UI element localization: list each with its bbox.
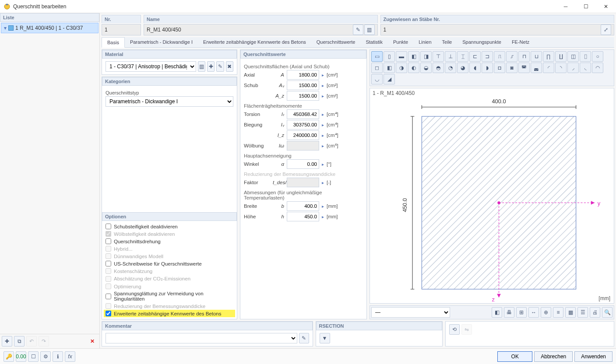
value-input[interactable] [287, 159, 319, 169]
material-library-button[interactable]: ▥ [198, 61, 205, 72]
preview-list-button[interactable]: ☰ [577, 307, 588, 318]
stepper-icon[interactable]: ▸ [322, 204, 324, 209]
preview-print-button[interactable]: 🖶 [504, 307, 514, 318]
shape-button-6[interactable]: ⊥ [445, 51, 456, 62]
shape-button-17[interactable]: ⌷ [580, 51, 591, 62]
shape-button-30[interactable]: ◙ [506, 63, 517, 73]
material-new-button[interactable]: ✚ [207, 61, 215, 72]
option-erweiterte-zeitabh-ngige-kennw[interactable]: Erweiterte zeitabhängige Kennwerte des B… [104, 310, 235, 317]
value-input[interactable] [287, 130, 319, 140]
shape-button-39[interactable]: ◢ [384, 74, 395, 84]
stepper-icon[interactable]: ▸ [322, 112, 324, 117]
value-input[interactable] [287, 212, 319, 221]
shape-button-23[interactable]: ◒ [420, 63, 432, 73]
tab-values[interactable]: Querschnittswerte [311, 37, 361, 47]
preview-axes-button[interactable]: ⊞ [516, 307, 527, 318]
shape-button-20[interactable]: ◧ [384, 63, 395, 73]
tab-concrete[interactable]: Erweiterte zeitabhängige Kennwerte des B… [198, 37, 311, 47]
cstype-select[interactable]: Parametrisch - Dickwandige I [106, 96, 233, 107]
shape-button-14[interactable]: ∏ [543, 51, 554, 62]
shape-button-21[interactable]: ◑ [396, 63, 407, 73]
ok-button[interactable]: OK [497, 351, 532, 362]
shape-button-13[interactable]: ⊔ [531, 51, 542, 62]
material-delete-button[interactable]: ✖ [226, 61, 233, 72]
shape-button-38[interactable]: ◡ [371, 74, 383, 84]
view-button[interactable]: ☐ [28, 351, 39, 362]
preview-stress-button[interactable]: ≡ [553, 307, 563, 318]
stepper-icon[interactable]: ▸ [322, 83, 324, 88]
preview-centroid-button[interactable]: ⊕ [541, 307, 551, 318]
assigned-field[interactable]: 1 ⤢ [380, 24, 615, 35]
shape-button-0[interactable]: ▭ [371, 51, 383, 62]
tab-param[interactable]: Parametrisch - Dickwandige I [125, 37, 198, 47]
close-button[interactable]: ✕ [596, 0, 616, 13]
preview-mode-select[interactable]: — [371, 307, 450, 318]
stepper-icon[interactable]: ▸ [322, 162, 324, 167]
library-button[interactable]: ▥ [364, 24, 375, 35]
units-button[interactable]: 0.00 [16, 351, 26, 362]
list-item[interactable]: ▾ 1 R_M1 400/450 | 1 - C30/37 [1, 23, 99, 33]
shape-button-5[interactable]: ⊤ [433, 51, 444, 62]
tab-stats[interactable]: Statistik [360, 37, 388, 47]
maximize-button[interactable]: ☐ [576, 0, 596, 13]
new-button[interactable]: ✚ [2, 336, 12, 346]
option-schubsteifigkeit-deaktivieren[interactable]: Schubsteifigkeit deaktivieren [106, 224, 233, 229]
shape-button-36[interactable]: ◟ [580, 63, 591, 73]
value-input[interactable] [287, 120, 319, 130]
nr-field[interactable]: 1 [102, 24, 141, 35]
shape-button-27[interactable]: ◖ [469, 63, 481, 73]
shape-button-2[interactable]: ▬ [396, 51, 407, 62]
option-checkbox[interactable] [106, 311, 111, 316]
tab-basis[interactable]: Basis [102, 37, 125, 48]
option-spannungsgl-ttung-zur-vermeidu[interactable]: Spannungsglättung zur Vermeidung von Sin… [106, 291, 233, 301]
value-input[interactable] [287, 70, 319, 80]
shape-button-10[interactable]: ⎍ [494, 51, 505, 62]
kommentar-edit-button[interactable]: ✎ [299, 333, 309, 343]
option-querschnittsdrehung[interactable]: Querschnittsdrehung [106, 238, 233, 244]
shape-button-24[interactable]: ◓ [433, 63, 444, 73]
shape-button-34[interactable]: ◝ [555, 63, 567, 73]
shape-button-28[interactable]: ◗ [482, 63, 493, 73]
shape-button-9[interactable]: ⊐ [482, 51, 493, 62]
stepper-icon[interactable]: ▸ [322, 73, 324, 77]
shape-button-12[interactable]: ⊓ [518, 51, 530, 62]
shape-button-29[interactable]: ◘ [494, 63, 505, 73]
option-checkbox[interactable] [106, 224, 111, 229]
shape-button-15[interactable]: ∐ [555, 51, 567, 62]
copy-button[interactable]: ⧉ [14, 336, 25, 346]
kommentar-select[interactable] [106, 333, 297, 343]
stepper-icon[interactable]: ▸ [322, 94, 324, 98]
shape-button-31[interactable]: ◚ [518, 63, 530, 73]
stepper-icon[interactable]: ▸ [322, 133, 324, 138]
info-button[interactable]: ℹ [53, 351, 63, 362]
script-button[interactable]: fx [65, 351, 75, 362]
value-input[interactable] [287, 80, 319, 90]
option-checkbox[interactable] [106, 238, 111, 244]
pick-members-button[interactable]: ⤢ [601, 24, 611, 35]
stepper-icon[interactable]: ▸ [322, 122, 324, 127]
edit-name-button[interactable]: ✎ [353, 24, 363, 35]
shape-button-16[interactable]: ◫ [567, 51, 579, 62]
preview-dim-button[interactable]: ↔ [528, 307, 539, 318]
shape-button-32[interactable]: ◛ [531, 63, 542, 73]
preview-printer-button[interactable]: 🖨 [590, 307, 600, 318]
shape-button-3[interactable]: ◧ [408, 51, 419, 62]
rsection-open-button[interactable]: ▼ [320, 333, 330, 343]
calc-button[interactable]: ⚙ [40, 351, 51, 362]
shape-button-19[interactable]: ◻ [371, 63, 383, 73]
option-checkbox[interactable] [106, 261, 111, 266]
tab-lines[interactable]: Linien [413, 37, 436, 47]
shape-button-22[interactable]: ◐ [408, 63, 419, 73]
cancel-button[interactable]: Abbrechen [534, 351, 573, 362]
preview-color-button[interactable]: ◧ [492, 307, 502, 318]
help-button[interactable]: 🔑 [4, 351, 14, 362]
shape-button-25[interactable]: ◔ [445, 63, 456, 73]
shape-button-11[interactable]: ⎎ [506, 51, 517, 62]
option-checkbox[interactable] [106, 294, 111, 299]
name-field[interactable]: R_M1 400/450 ✎ ▥ [144, 24, 378, 35]
shape-button-33[interactable]: ◜ [543, 63, 554, 73]
shape-button-8[interactable]: ⊏ [469, 51, 481, 62]
option-us-schreibweise-f-r-querschnit[interactable]: US-Schreibweise für Querschnittswerte [106, 261, 233, 266]
minimize-button[interactable]: ─ [556, 0, 576, 13]
shape-button-4[interactable]: ◨ [420, 51, 432, 62]
